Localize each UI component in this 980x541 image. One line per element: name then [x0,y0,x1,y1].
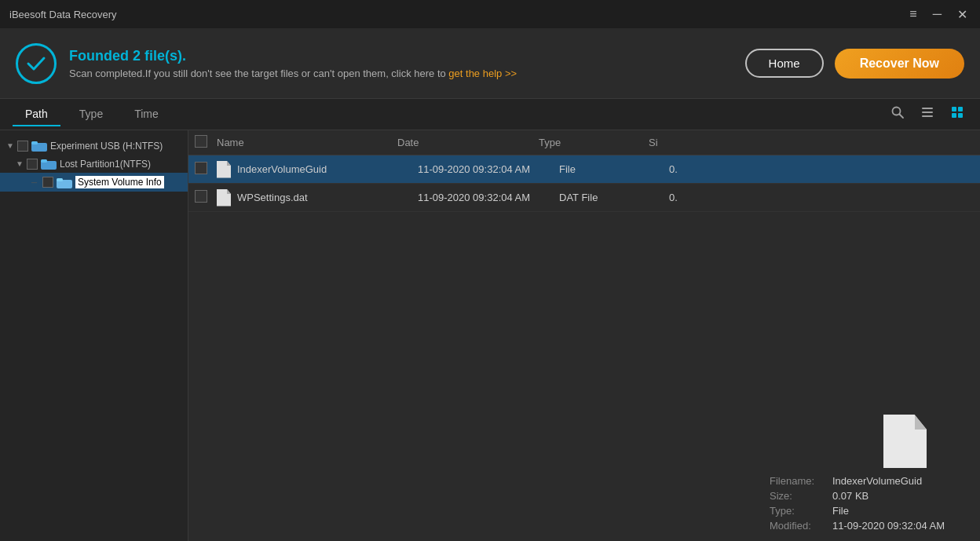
tree-item-root[interactable]: ▼ Experiment USB (H:NTFS) [0,137,188,155]
detail-modified-row: Modified: 11-09-2020 09:32:04 AM [770,520,945,532]
tree-checkbox-1[interactable] [27,159,38,170]
folder-icon-2 [57,177,72,188]
size-value: 0.07 KB [832,490,868,502]
type-label: Type: [770,505,826,517]
file-icon-1 [217,161,231,178]
menu-button[interactable]: ≡ [906,7,920,22]
list-view-button[interactable] [917,105,938,123]
row2-type: DAT File [559,192,669,203]
tab-type[interactable]: Type [67,103,115,126]
col-date-header: Date [397,137,539,148]
tree-label-root: Experiment USB (H:NTFS) [50,141,163,152]
row1-check [195,162,217,177]
tree-checkbox-2[interactable] [42,177,53,188]
row2-date: 11-09-2020 09:32:04 AM [418,192,559,203]
row1-date: 11-09-2020 09:32:04 AM [418,163,559,175]
row2-size: 0. [669,192,732,203]
detail-type-row: Type: File [770,505,945,517]
svg-rect-6 [958,107,963,111]
col-size-header: Si [649,137,711,148]
tab-path[interactable]: Path [13,103,60,126]
filename-value: IndexerVolumeGuid [832,475,922,487]
detail-size-row: Size: 0.07 KB [770,490,945,502]
header-area: Founded 2 file(s). Scan completed.If you… [0,28,980,99]
modified-value: 11-09-2020 09:32:04 AM [832,520,945,532]
svg-rect-12 [41,159,47,163]
table-row[interactable]: IndexerVolumeGuid 11-09-2020 09:32:04 AM… [188,155,980,184]
checkmark-icon [25,53,47,75]
col-check [195,135,217,151]
tree-label-sysvolinfo: System Volume Info [75,176,164,188]
size-label: Size: [770,490,826,502]
select-all-checkbox[interactable] [195,135,207,148]
svg-rect-8 [958,113,963,118]
window-controls: ≡ ─ ✕ [906,7,971,22]
expand-icon: ▼ [6,141,17,150]
row2-name: WPSettings.dat [237,192,418,203]
svg-rect-5 [952,107,956,111]
subtitle-pre: Scan completed.If you still don't see th… [69,68,448,79]
close-button[interactable]: ✕ [954,7,971,22]
tabs-left: Path Type Time [13,103,171,126]
row2-check [195,190,217,206]
tabs-bar: Path Type Time [0,99,980,130]
row1-type: File [559,163,669,175]
row1-name: IndexerVolumeGuid [237,163,418,175]
minimize-button[interactable]: ─ [930,7,945,22]
svg-rect-4 [922,115,933,117]
header-subtitle: Scan completed.If you still don't see th… [69,68,517,79]
folder-icon-1 [41,158,57,170]
type-value: File [832,505,849,517]
search-button[interactable] [887,105,908,123]
modified-label: Modified: [770,520,826,532]
recover-now-button[interactable]: Recover Now [835,49,964,79]
preview-file-icon [883,415,927,468]
tabs-right [887,105,967,123]
svg-rect-10 [31,141,38,144]
detail-table: Filename: IndexerVolumeGuid Size: 0.07 K… [770,475,945,535]
check-circle-icon [16,43,57,84]
detail-panel: Filename: IndexerVolumeGuid Size: 0.07 K… [770,475,974,535]
col-type-header: Type [539,137,649,148]
svg-rect-7 [952,113,956,118]
found-files-title: Founded 2 file(s). [69,48,517,64]
col-name-header: Name [217,137,397,148]
tree-checkbox-root[interactable] [17,141,28,152]
file-icon-2 [217,189,231,207]
row1-checkbox[interactable] [195,162,207,174]
list-view-icon [920,105,934,119]
grid-view-button[interactable] [947,105,967,123]
filename-label: Filename: [770,475,826,487]
row1-size: 0. [669,163,732,175]
help-link[interactable]: get the help >> [448,68,517,79]
header-text: Founded 2 file(s). Scan completed.If you… [69,48,517,79]
title-bar: iBeesoft Data Recovery ≡ ─ ✕ [0,0,980,28]
app-title: iBeesoft Data Recovery [9,9,117,20]
svg-rect-14 [57,178,63,181]
tree-item-partition[interactable]: ▼ Lost Partition1(NTFS) [0,155,188,173]
home-button[interactable]: Home [745,49,824,78]
search-icon [890,105,905,119]
header-right: Home Recover Now [745,49,964,79]
table-row[interactable]: WPSettings.dat 11-09-2020 09:32:04 AM DA… [188,184,980,212]
svg-rect-3 [922,111,933,113]
tree-label-partition: Lost Partition1(NTFS) [60,159,151,170]
svg-line-1 [900,115,904,119]
detail-filename-row: Filename: IndexerVolumeGuid [770,475,945,487]
svg-rect-2 [922,108,933,109]
grid-view-icon [950,105,964,119]
expand-icon-1: ▼ [16,159,27,168]
header-left: Founded 2 file(s). Scan completed.If you… [16,43,517,84]
expand-icon-2: ─ [31,178,42,187]
file-table-header: Name Date Type Si [188,130,980,155]
tab-time[interactable]: Time [122,103,171,126]
folder-icon [31,140,47,152]
sidebar-tree: ▼ Experiment USB (H:NTFS) ▼ Lost Partiti… [0,130,188,541]
row2-checkbox[interactable] [195,190,207,203]
tree-item-sysvolinfo[interactable]: ─ System Volume Info [0,173,188,192]
